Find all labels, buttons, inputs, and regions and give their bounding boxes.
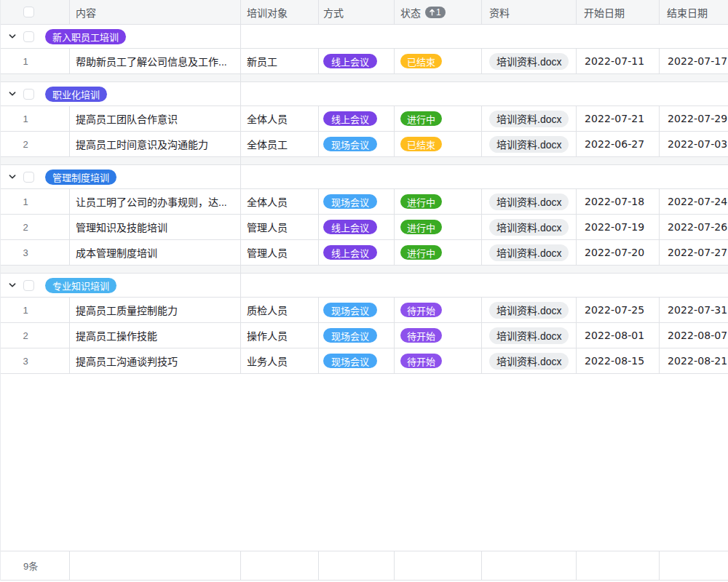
cell-start-date[interactable]: 2022-07-19 [577, 215, 660, 239]
cell-end-date[interactable]: 2022-07-27 [660, 240, 728, 265]
group-header-row[interactable]: 新入职员工培训 [1, 25, 728, 49]
attachment-chip[interactable]: 培训资料.docx [489, 327, 569, 344]
cell-method[interactable]: 现场会议 [319, 323, 395, 348]
header-cell-end-date[interactable]: 结束日期 [660, 0, 728, 24]
cell-row-index[interactable]: 3 [1, 240, 70, 265]
cell-start-date[interactable]: 2022-08-15 [577, 348, 660, 373]
group-header-row[interactable]: 管理制度培训 [1, 165, 728, 189]
attachment-chip[interactable]: 培训资料.docx [489, 111, 569, 127]
group-checkbox[interactable] [23, 31, 34, 42]
cell-status[interactable]: 进行中 [395, 189, 482, 214]
cell-end-date[interactable]: 2022-07-03 [660, 132, 728, 156]
cell-row-index[interactable]: 1 [1, 189, 70, 214]
cell-content[interactable]: 提高员工团队合作意识 [70, 106, 241, 131]
attachment-chip[interactable]: 培训资料.docx [489, 194, 569, 210]
cell-content[interactable]: 提高员工时间意识及沟通能力 [70, 132, 241, 156]
group-checkbox[interactable] [23, 280, 34, 291]
cell-start-date[interactable]: 2022-08-01 [577, 323, 660, 348]
cell-file[interactable]: 培训资料.docx [482, 240, 577, 265]
cell-audience[interactable]: 管理人员 [241, 240, 319, 265]
chevron-down-icon[interactable] [8, 281, 17, 290]
group-header-row[interactable]: 专业知识培训 [1, 274, 728, 298]
cell-method[interactable]: 现场会议 [319, 348, 395, 373]
cell-end-date[interactable]: 2022-08-21 [660, 348, 728, 373]
cell-start-date[interactable]: 2022-07-25 [577, 298, 660, 322]
cell-method[interactable]: 线上会议 [319, 215, 395, 239]
cell-method[interactable]: 现场会议 [319, 132, 395, 156]
header-cell-status[interactable]: 状态1 [395, 0, 482, 24]
attachment-chip[interactable]: 培训资料.docx [489, 302, 569, 319]
cell-method[interactable]: 线上会议 [319, 49, 395, 73]
cell-start-date[interactable]: 2022-07-21 [577, 106, 660, 131]
header-cell-start-date[interactable]: 开始日期 [577, 0, 660, 24]
cell-end-date[interactable]: 2022-07-31 [660, 298, 728, 322]
cell-audience[interactable]: 业务人员 [241, 348, 319, 373]
cell-start-date[interactable]: 2022-06-27 [577, 132, 660, 156]
select-all-checkbox[interactable] [23, 7, 34, 17]
cell-content[interactable]: 管理知识及技能培训 [70, 215, 241, 239]
cell-end-date[interactable]: 2022-07-17 [660, 49, 728, 73]
cell-audience[interactable]: 全体人员 [241, 106, 319, 131]
cell-method[interactable]: 线上会议 [319, 106, 395, 131]
attachment-chip[interactable]: 培训资料.docx [489, 53, 569, 70]
cell-method[interactable]: 现场会议 [319, 298, 395, 322]
header-cell-method[interactable]: 方式 [319, 0, 395, 24]
cell-row-index[interactable]: 2 [1, 215, 70, 239]
cell-method[interactable]: 线上会议 [319, 240, 395, 265]
group-header-row[interactable]: 职业化培训 [1, 82, 728, 106]
cell-file[interactable]: 培训资料.docx [482, 189, 577, 214]
cell-row-index[interactable]: 2 [1, 132, 70, 156]
group-checkbox[interactable] [23, 172, 34, 183]
cell-status[interactable]: 待开始 [395, 348, 482, 373]
cell-end-date[interactable]: 2022-07-24 [660, 189, 728, 214]
cell-audience[interactable]: 管理人员 [241, 215, 319, 239]
cell-end-date[interactable]: 2022-07-26 [660, 215, 728, 239]
cell-status[interactable]: 进行中 [395, 240, 482, 265]
cell-audience[interactable]: 操作人员 [241, 323, 319, 348]
cell-content[interactable]: 提高员工操作技能 [70, 323, 241, 348]
cell-row-index[interactable]: 1 [1, 298, 70, 322]
cell-file[interactable]: 培训资料.docx [482, 215, 577, 239]
attachment-chip[interactable]: 培训资料.docx [489, 219, 569, 236]
attachment-chip[interactable]: 培训资料.docx [489, 244, 569, 261]
cell-end-date[interactable]: 2022-08-07 [660, 323, 728, 348]
cell-file[interactable]: 培训资料.docx [482, 298, 577, 322]
cell-status[interactable]: 待开始 [395, 298, 482, 322]
cell-end-date[interactable]: 2022-07-29 [660, 106, 728, 131]
cell-row-index[interactable]: 1 [1, 49, 70, 73]
header-cell-file[interactable]: 资料 [482, 0, 577, 24]
cell-audience[interactable]: 全体人员 [241, 189, 319, 214]
cell-file[interactable]: 培训资料.docx [482, 348, 577, 373]
cell-row-index[interactable]: 1 [1, 106, 70, 131]
sort-badge[interactable]: 1 [425, 7, 446, 18]
cell-content[interactable]: 提高员工沟通谈判技巧 [70, 348, 241, 373]
cell-row-index[interactable]: 3 [1, 348, 70, 373]
cell-status[interactable]: 进行中 [395, 215, 482, 239]
cell-file[interactable]: 培训资料.docx [482, 132, 577, 156]
cell-method[interactable]: 现场会议 [319, 189, 395, 214]
cell-content[interactable]: 帮助新员工了解公司信息及工作... [70, 49, 241, 73]
chevron-down-icon[interactable] [8, 89, 17, 98]
cell-row-index[interactable]: 2 [1, 323, 70, 348]
chevron-down-icon[interactable] [8, 32, 17, 41]
cell-audience[interactable]: 新员工 [241, 49, 319, 73]
cell-file[interactable]: 培训资料.docx [482, 106, 577, 131]
cell-file[interactable]: 培训资料.docx [482, 49, 577, 73]
cell-content[interactable]: 提高员工质量控制能力 [70, 298, 241, 322]
cell-status[interactable]: 已结束 [395, 49, 482, 73]
cell-content[interactable]: 成本管理制度培训 [70, 240, 241, 265]
cell-start-date[interactable]: 2022-07-11 [577, 49, 660, 73]
header-cell-content[interactable]: 内容 [70, 0, 241, 24]
cell-file[interactable]: 培训资料.docx [482, 323, 577, 348]
group-checkbox[interactable] [23, 89, 34, 100]
attachment-chip[interactable]: 培训资料.docx [489, 353, 569, 370]
cell-status[interactable]: 已结束 [395, 132, 482, 156]
header-cell-audience[interactable]: 培训对象 [241, 0, 319, 24]
cell-audience[interactable]: 全体员工 [241, 132, 319, 156]
cell-start-date[interactable]: 2022-07-18 [577, 189, 660, 214]
attachment-chip[interactable]: 培训资料.docx [489, 136, 569, 153]
chevron-down-icon[interactable] [8, 172, 17, 181]
cell-content[interactable]: 让员工明了公司的办事规则，达... [70, 189, 241, 214]
cell-start-date[interactable]: 2022-07-20 [577, 240, 660, 265]
cell-status[interactable]: 进行中 [395, 106, 482, 131]
